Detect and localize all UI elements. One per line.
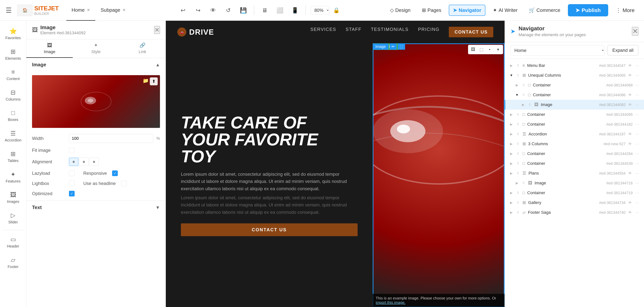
tree-more-button[interactable]: ⋯: [634, 170, 640, 176]
tree-item[interactable]: ▶ ⠿ 🖼 Image #ed-381344092 👁 ⋯: [505, 100, 644, 110]
tree-expand-icon[interactable]: ▼: [514, 92, 520, 98]
align-right-button[interactable]: ≡: [89, 158, 99, 166]
mobile-view-button[interactable]: 📱: [289, 5, 300, 16]
hamburger-menu[interactable]: ☰: [6, 6, 12, 14]
tree-visibility-button[interactable]: 👁: [627, 210, 633, 216]
tree-more-button[interactable]: ⋯: [634, 200, 640, 206]
sidebar-item-slider[interactable]: ▷ Slider: [2, 209, 24, 227]
tree-drag-handle[interactable]: ⠿: [516, 122, 520, 126]
tab-close-subpage[interactable]: ✕: [122, 8, 126, 12]
sidebar-item-tables[interactable]: ⊞ Tables: [2, 147, 24, 166]
tree-expand-icon[interactable]: ▶: [508, 170, 514, 176]
sidebar-item-favorites[interactable]: ⭐ Favorites: [2, 24, 24, 43]
tree-drag-handle[interactable]: ⠿: [521, 181, 526, 185]
tree-more-button[interactable]: ⋯: [634, 121, 640, 127]
tree-expand-icon[interactable]: ▶: [508, 210, 514, 215]
tree-item[interactable]: ▶ ⠿ □ Container #ed-381344182 ⋯: [505, 120, 644, 129]
tab-style[interactable]: ✦ Style: [73, 39, 119, 58]
upload-image-button[interactable]: ⬆: [150, 78, 158, 85]
tree-drag-handle[interactable]: ⠿: [516, 142, 520, 146]
browse-image-button[interactable]: 📁: [143, 78, 149, 84]
tree-more-button[interactable]: ⋯: [634, 92, 640, 98]
zoom-select[interactable]: 80%: [311, 6, 329, 15]
text-section-header[interactable]: Text ▼: [26, 200, 166, 214]
nav-cta-button[interactable]: CONTACT US: [449, 27, 493, 37]
tree-visibility-button[interactable]: 👁: [627, 170, 633, 176]
image-section-header[interactable]: Image ▲: [26, 58, 166, 72]
sidebar-item-footer[interactable]: ▱ Footer: [2, 253, 24, 272]
sidebar-item-elements[interactable]: ⊞ Elements: [2, 45, 24, 64]
tree-item[interactable]: ▶ ⠿ ⊞ Gallery #ed-381344734 👁 ⋯: [505, 198, 644, 208]
tree-drag-handle[interactable]: ⠿: [528, 102, 532, 107]
tree-expand-icon[interactable]: ▶: [508, 122, 514, 127]
tab-image[interactable]: 🖼 Image: [26, 39, 73, 58]
hero-image[interactable]: 🖼 ⬚ • ▾ This is an example image. Please…: [373, 43, 504, 307]
use-as-headline-checkbox[interactable]: [121, 180, 126, 186]
tree-drag-handle[interactable]: ⠿: [521, 83, 526, 88]
nav-link-testimonials[interactable]: TESTIMONIALS: [371, 27, 408, 37]
toolbar-btn-dropdown[interactable]: ▾: [494, 46, 502, 53]
toolbar-btn-3[interactable]: •: [486, 46, 494, 53]
width-input[interactable]: [69, 134, 153, 143]
page-select[interactable]: Home: [510, 45, 604, 56]
tree-item[interactable]: ▶ ⠿ □ Container #ed-381344719 ⋯: [505, 188, 644, 198]
tree-more-button[interactable]: ⋯: [634, 112, 640, 118]
tree-drag-handle[interactable]: ⠿: [516, 210, 520, 215]
tree-visibility-button[interactable]: 👁: [627, 62, 633, 68]
tree-item[interactable]: ▶ ⠿ ▱ Footer Saga #ed-381344740 👁 ⋯: [505, 208, 644, 217]
nav-link-staff[interactable]: STAFF: [346, 27, 362, 37]
tree-expand-icon[interactable]: ▶: [508, 190, 514, 196]
commerce-button[interactable]: 🛒 Commerce: [525, 5, 564, 16]
design-button[interactable]: ◇ Design: [386, 5, 414, 16]
tree-item[interactable]: ▶ ⠿ □ Container #ed-381344284 ⋯: [505, 149, 644, 158]
import-image-link[interactable]: import this image.: [376, 300, 406, 304]
refresh-button[interactable]: ↺: [222, 5, 234, 16]
sidebar-item-content[interactable]: ≡ Content: [2, 66, 24, 84]
tree-item[interactable]: ▶ ⠿ □ Container #ed-381344539 ⋯: [505, 158, 644, 168]
tree-visibility-button[interactable]: 👁: [627, 131, 633, 137]
tree-drag-handle[interactable]: ⠿: [516, 171, 520, 176]
tree-drag-handle[interactable]: ⠿: [516, 63, 520, 68]
tree-more-button[interactable]: ⋯: [634, 62, 640, 68]
tree-visibility-button[interactable]: 👁: [627, 72, 633, 78]
more-button[interactable]: ⋮ More: [612, 5, 638, 16]
tree-drag-handle[interactable]: ⠿: [516, 161, 520, 166]
tree-drag-handle[interactable]: ⠿: [516, 152, 520, 156]
tree-expand-icon[interactable]: ▶: [508, 161, 514, 166]
toolbar-btn-2[interactable]: ⬚: [478, 46, 485, 53]
tree-more-button[interactable]: ⋯: [634, 82, 640, 88]
tree-more-button[interactable]: ⋯: [634, 160, 640, 166]
tree-visibility-button[interactable]: 👁: [627, 141, 633, 147]
sidebar-item-columns[interactable]: ⊟ Columns: [2, 86, 24, 104]
sidebar-item-accordion[interactable]: ☰ Accordion: [2, 127, 24, 146]
tree-more-button[interactable]: ⋯: [634, 180, 640, 186]
tree-item[interactable]: ▶ ⠿ ⊞ 3 Columns #ed-new-527 👁 ⋯: [505, 139, 644, 149]
tree-more-button[interactable]: ⋯: [634, 210, 640, 216]
tree-expand-icon[interactable]: ▶: [508, 112, 514, 117]
tree-more-button[interactable]: ⋯: [634, 151, 640, 157]
image-edit-icon[interactable]: ✏: [390, 43, 396, 50]
tree-drag-handle[interactable]: ⠿: [516, 112, 520, 117]
tree-drag-handle[interactable]: ⠿: [516, 132, 520, 136]
responsive-checkbox[interactable]: ✓: [112, 170, 118, 176]
tablet-view-button[interactable]: ⬜: [274, 5, 286, 16]
tree-expand-icon[interactable]: ▶: [508, 131, 514, 137]
tree-drag-handle[interactable]: ⠿: [516, 200, 520, 205]
tree-more-button[interactable]: ⋯: [634, 72, 640, 78]
tree-visibility-button[interactable]: 👁: [627, 92, 633, 98]
navigator-button[interactable]: ➤ Navigator: [449, 5, 485, 16]
tree-visibility-button[interactable]: 👁: [627, 102, 633, 108]
tab-close-home[interactable]: ✕: [87, 8, 90, 12]
lazyload-checkbox[interactable]: [69, 170, 74, 176]
pages-button[interactable]: ⊞ Pages: [418, 5, 445, 16]
navigator-close-button[interactable]: ✕: [632, 27, 638, 36]
tree-drag-handle[interactable]: ⠿: [521, 93, 526, 97]
tab-home[interactable]: Home ✕: [66, 0, 95, 21]
tree-more-button[interactable]: ⋯: [634, 190, 640, 196]
nav-link-services[interactable]: SERVICES: [310, 27, 336, 37]
aiwriter-button[interactable]: ✦ AI Writer: [489, 5, 521, 16]
tab-subpage[interactable]: Subpage ✕: [95, 0, 131, 21]
align-center-button[interactable]: ≡: [79, 158, 88, 166]
tree-expand-icon[interactable]: ▶: [508, 63, 514, 68]
tree-item[interactable]: ▶ ⠿ 🖼 Image #ed-381344716 ⋯: [505, 178, 644, 188]
